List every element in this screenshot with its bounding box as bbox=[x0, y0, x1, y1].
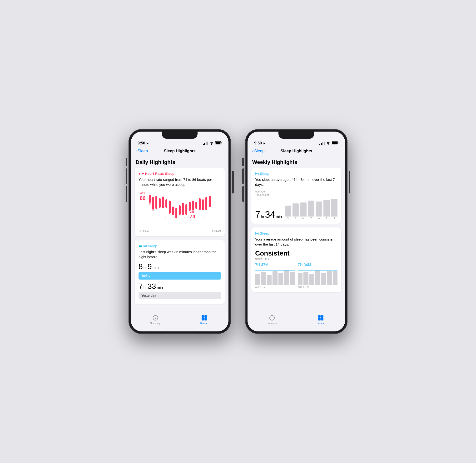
status-time-2: 9:50 bbox=[254, 141, 262, 145]
svg-rect-9 bbox=[162, 196, 164, 208]
weekly-sleep-card-1: 🛏 Sleep You slept an average of 7 hr 34 … bbox=[251, 168, 341, 224]
mini-bar-p1-1 bbox=[261, 272, 266, 285]
heart-rate-description: Your heart rate ranged from 74 to 86 bea… bbox=[138, 177, 221, 187]
svg-rect-31 bbox=[202, 315, 204, 318]
today-hr: 8 bbox=[138, 262, 143, 271]
back-arrow-2: ‹ bbox=[252, 149, 254, 153]
weekly-bar-col-2: M bbox=[300, 203, 306, 220]
mini-bar-p2-6 bbox=[333, 271, 338, 285]
weekly-bar-col-6: F bbox=[331, 199, 338, 220]
svg-rect-14 bbox=[179, 205, 181, 215]
weekly-bar-col-0: S bbox=[285, 205, 291, 220]
svg-rect-6 bbox=[152, 209, 154, 211]
weekly-section-heading: Weekly Highlights bbox=[248, 155, 345, 168]
mini-bar-p2-3 bbox=[315, 270, 320, 285]
mini-bar-p1-3 bbox=[272, 271, 277, 285]
yesterday-stat: 7 hr 33 min bbox=[138, 282, 221, 291]
notch-2 bbox=[278, 132, 314, 139]
nav-header-2: ‹ Sleep Sleep Highlights bbox=[248, 147, 345, 155]
back-label-1[interactable]: Sleep bbox=[138, 149, 148, 153]
period1-date: Aug 1 – 7 bbox=[255, 286, 295, 288]
tab-summary-2[interactable]: Summary bbox=[248, 314, 296, 325]
weekly-sleep-desc-2: Your average amount of sleep has been co… bbox=[255, 237, 338, 247]
tab-summary-label-1: Summary bbox=[150, 322, 161, 325]
period2-date: Aug 8 – 14 bbox=[298, 286, 338, 288]
svg-rect-32 bbox=[205, 315, 207, 318]
yesterday-bar: Yesterday bbox=[138, 292, 221, 299]
weekly-avg-stat: 7 hr 34 min bbox=[255, 210, 282, 220]
today-stat: 8 hr 9 min bbox=[138, 262, 221, 271]
svg-rect-15 bbox=[182, 203, 184, 215]
yesterday-bar-label: Yesterday bbox=[141, 294, 156, 297]
weekly-hr: 7 bbox=[255, 210, 260, 220]
mini-bar-p2-2 bbox=[309, 274, 314, 285]
weekly-bar-col-5: T bbox=[323, 200, 330, 220]
chart-time-start: 12:30 AM bbox=[138, 230, 149, 232]
period1-chart bbox=[255, 268, 295, 285]
wifi-icon-2 bbox=[326, 141, 330, 145]
status-icons-2 bbox=[319, 141, 338, 145]
yest-hr-unit: hr bbox=[144, 285, 147, 290]
yest-min-unit: min bbox=[157, 285, 163, 290]
svg-rect-3 bbox=[149, 195, 151, 203]
weekly-min-unit: min bbox=[276, 215, 282, 220]
tab-browse-label-2: Browse bbox=[317, 322, 325, 325]
location-icon-1: ➤ bbox=[146, 142, 149, 145]
svg-rect-19 bbox=[195, 202, 197, 209]
sleep-card-daily: 🛏 🛏 Sleep Last night's sleep was 36 minu… bbox=[135, 240, 225, 304]
svg-rect-1 bbox=[216, 142, 221, 144]
summary-icon-1 bbox=[152, 314, 159, 321]
weekly-bar-col-1: S bbox=[293, 204, 299, 220]
weekly-sleep-label-1: 🛏 Sleep bbox=[255, 171, 338, 176]
svg-rect-4 bbox=[149, 203, 151, 205]
weekly-chart-row: 7 hr 34 min SSMTWTF bbox=[255, 198, 338, 220]
svg-rect-10 bbox=[165, 199, 167, 208]
tab-browse-1[interactable]: Browse bbox=[180, 314, 228, 325]
mini-bar-p1-4 bbox=[278, 273, 283, 285]
mini-bar-p2-0 bbox=[298, 273, 303, 285]
heart-icon: ♥ bbox=[138, 171, 141, 176]
signal-icon-2 bbox=[319, 142, 325, 145]
period2-chart bbox=[298, 268, 338, 285]
chart-time-end: 8:50 AM bbox=[212, 230, 221, 232]
bed-icon-2: 🛏 bbox=[255, 171, 259, 176]
svg-rect-20 bbox=[199, 198, 201, 210]
svg-rect-11 bbox=[169, 201, 171, 214]
svg-rect-38 bbox=[318, 315, 321, 318]
heart-rate-card: ♥ ♥ Heart Rate: Sleep Your heart rate ra… bbox=[135, 168, 225, 236]
back-arrow-1: ‹ bbox=[136, 149, 137, 153]
dual-chart: 7H 47M Aug 1 – 7 7H 34M bbox=[255, 263, 338, 288]
content-1[interactable]: Daily Highlights ♥ ♥ Heart Rate: Sleep Y… bbox=[131, 155, 228, 321]
svg-rect-39 bbox=[321, 315, 323, 318]
browse-icon-2 bbox=[317, 314, 324, 321]
sleep-description: Last night's sleep was 36 minutes longer… bbox=[138, 249, 221, 259]
tab-bar-1: Summary Browse bbox=[131, 312, 228, 331]
period1-stat: 7H 47M bbox=[255, 263, 295, 267]
mini-bar-p1-5 bbox=[284, 270, 289, 285]
bed-icon-1: 🛏 bbox=[138, 244, 142, 248]
mini-bar-p1-0 bbox=[255, 274, 260, 285]
tab-summary-1[interactable]: Summary bbox=[131, 314, 180, 325]
svg-rect-12 bbox=[172, 206, 174, 215]
weekly-bar-col-3: T bbox=[308, 201, 314, 220]
content-2[interactable]: Weekly Highlights 🛏 Sleep You slept an a… bbox=[248, 155, 345, 321]
svg-rect-34 bbox=[205, 318, 207, 321]
back-label-2[interactable]: Sleep bbox=[254, 149, 264, 153]
svg-point-25 bbox=[155, 217, 156, 218]
phone-2: 9:50 ➤ ‹ Sle bbox=[245, 129, 348, 334]
svg-rect-2 bbox=[221, 142, 222, 143]
svg-point-27 bbox=[174, 217, 175, 218]
svg-rect-8 bbox=[159, 198, 161, 208]
svg-rect-22 bbox=[205, 197, 207, 210]
weekly-bar-col-4: W bbox=[316, 202, 322, 220]
svg-rect-41 bbox=[321, 318, 323, 321]
svg-point-28 bbox=[184, 217, 185, 218]
tab-bar-2: Summary Browse bbox=[248, 312, 345, 331]
chart-min: MIN 74 bbox=[190, 211, 195, 220]
svg-rect-33 bbox=[202, 318, 204, 321]
svg-rect-16 bbox=[185, 204, 187, 215]
tab-browse-2[interactable]: Browse bbox=[296, 314, 345, 325]
period-2: 7H 34M Aug 8 – 14 bbox=[298, 263, 338, 288]
weekly-sleep-card-2: 🛏 Sleep Your average amount of sleep has… bbox=[251, 227, 341, 292]
period-1: 7H 47M Aug 1 – 7 bbox=[255, 263, 295, 288]
